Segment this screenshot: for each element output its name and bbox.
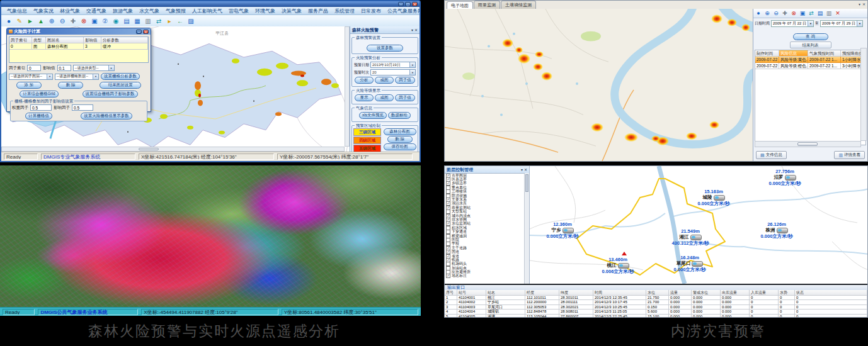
pan-hand-icon[interactable]: ✚ bbox=[781, 9, 789, 17]
w2-input[interactable]: 0.5 bbox=[72, 104, 93, 111]
flood-map-viewport[interactable]: 27.756m 汨罗 0.000立方米/秒 15.163m 城陵 0.000立方… bbox=[530, 166, 868, 284]
detail-view-button[interactable]: ▥详情查看 bbox=[834, 151, 865, 159]
minimize-icon[interactable]: ‒ bbox=[398, 2, 404, 6]
layers-icon[interactable]: ▤ bbox=[122, 17, 131, 26]
layer-checkbox[interactable]: ✓ bbox=[446, 274, 450, 278]
globe-icon[interactable]: ● bbox=[4, 17, 13, 26]
delete-icon[interactable]: ⊗ bbox=[79, 17, 88, 26]
result-hscrollbar[interactable] bbox=[755, 141, 861, 147]
factor-value2-button[interactable]: 因子值 bbox=[395, 94, 415, 101]
menu-item[interactable]: 旅游气象 bbox=[110, 8, 136, 14]
map-hscrollbar[interactable] bbox=[1, 147, 345, 152]
station-table-header[interactable]: 序号 bbox=[445, 290, 457, 296]
settings-button[interactable]: 设置参数 bbox=[367, 45, 403, 52]
station-table-header[interactable]: 警戒水位 bbox=[692, 290, 721, 296]
w1-input[interactable]: 0.5 bbox=[30, 104, 52, 111]
station-table-header[interactable]: 水位 bbox=[646, 290, 669, 296]
factor-table-header[interactable]: 类型 bbox=[32, 37, 46, 43]
set-display-button[interactable]: 设置火险栅格值显示参数 bbox=[81, 113, 132, 120]
menu-item[interactable]: 水文气象 bbox=[136, 8, 163, 14]
dialog-close-icon[interactable]: ✕ bbox=[143, 30, 149, 34]
station-chengling[interactable]: 15.163m 城陵 0.000立方米/秒 bbox=[683, 189, 744, 206]
warn-date-select[interactable]: 2013年10月19日▼ bbox=[370, 62, 416, 68]
station-table-row[interactable]: 541104005 湘潭113.105044 27.8600072014/12/… bbox=[445, 315, 867, 317]
show-button[interactable]: 显示 bbox=[355, 94, 374, 101]
factor-table-header[interactable]: 图层名 bbox=[46, 37, 84, 43]
fire-map-viewport[interactable]: 平江县 长沙市 火险因子计算 ‒ ✕ 因子索引类型图层名影响值分析参数 bbox=[1, 26, 420, 152]
layer-vscrollbar[interactable] bbox=[524, 173, 529, 284]
calc-grid-value-button[interactable]: 计算栅格值 bbox=[25, 113, 52, 120]
station-table-row[interactable]: 241104002 宁乡站112.200000 28.0011112014/12… bbox=[445, 300, 867, 304]
station-table-header[interactable]: 状态 bbox=[795, 290, 867, 296]
satellite-imagery[interactable] bbox=[0, 165, 421, 307]
factor-table-header[interactable]: 因子索引 bbox=[9, 37, 32, 43]
fire-titlebar[interactable]: ‒ ▢ ✕ bbox=[1, 1, 420, 7]
station-table-header[interactable]: 水势 bbox=[779, 290, 795, 296]
image-export-icon[interactable]: ▨ bbox=[186, 17, 195, 26]
grid-data-select[interactable]: --请选择栅格数据--▼ bbox=[55, 74, 99, 80]
print-icon[interactable]: ▥ bbox=[825, 9, 833, 17]
flag-icon[interactable]: ▸ bbox=[165, 17, 174, 26]
print-icon[interactable]: ▥ bbox=[144, 17, 152, 26]
menu-item[interactable]: 人工影响天气 bbox=[189, 8, 226, 14]
dialog-titlebar[interactable]: 火险因子计算 ‒ ✕ bbox=[7, 28, 151, 35]
globe-icon[interactable]: ● bbox=[755, 9, 762, 17]
factor-table-row[interactable]: 0面 森林分布图3 缓冲 bbox=[9, 43, 148, 50]
result-table-row[interactable]: 2009-07-22 1...风险等级:黄色... 2009-07-22 1..… bbox=[755, 57, 865, 63]
tab-rain[interactable]: 雨量监测 bbox=[474, 1, 500, 9]
result-table-header[interactable]: 制作时间 bbox=[755, 50, 779, 57]
analyze-button[interactable]: 分析 bbox=[355, 77, 374, 84]
stop-icon[interactable]: ⊗ bbox=[790, 9, 797, 17]
sync-icon[interactable]: ⇄ bbox=[154, 17, 163, 26]
menu-item[interactable]: 雷电气象 bbox=[226, 8, 252, 14]
menu-item[interactable]: 决策气象 bbox=[278, 8, 305, 14]
xls-preview-button[interactable]: xls文件预览 bbox=[359, 112, 387, 119]
result-layer-button[interactable]: 结果图层设置 bbox=[100, 82, 141, 89]
factor-table-header[interactable]: 分析参数 bbox=[101, 37, 148, 43]
station-marker-icon[interactable] bbox=[692, 261, 703, 267]
close-icon[interactable]: ✕ bbox=[834, 9, 842, 17]
layer-panel-close-icon[interactable]: ✕ bbox=[524, 167, 527, 172]
zoom-in-icon[interactable]: ⊕ bbox=[47, 17, 56, 26]
station-table-row[interactable]: 141104001 桃江112.101011 28.3010112014/12/… bbox=[445, 296, 867, 300]
make-map-button[interactable]: 成图 bbox=[375, 77, 394, 84]
station-table-row[interactable]: 441104004 城陵矶112.848478 28.9080112014/12… bbox=[445, 310, 867, 314]
station-marker-icon[interactable] bbox=[618, 263, 629, 269]
zoom-out-icon[interactable]: ⊖ bbox=[772, 9, 780, 17]
close-icon[interactable]: ✕ bbox=[412, 2, 418, 6]
result-table-row[interactable]: 2009-07-22 1...风险等级:橙色... 2009-07-22 1..… bbox=[755, 63, 865, 69]
station-marker-icon[interactable] bbox=[690, 235, 702, 240]
station-taojiang[interactable]: 13.460m 桃江 0.006立方米/秒 bbox=[588, 257, 648, 274]
panel-close-icon[interactable]: ✕ bbox=[414, 28, 418, 32]
back-icon[interactable]: ← bbox=[176, 17, 185, 26]
zoom-out-icon[interactable]: ⊖ bbox=[58, 17, 67, 26]
menu-item[interactable]: 系统管理 bbox=[331, 8, 358, 14]
station-marker-icon[interactable] bbox=[785, 175, 796, 181]
station-table-header[interactable]: 出库流量 bbox=[721, 290, 750, 296]
menu-item[interactable]: 服务产品 bbox=[305, 8, 331, 14]
date-to-picker[interactable]: 2009 年 07 月 29 日▼ bbox=[820, 20, 863, 27]
factor-layer-select[interactable]: --请选择因子图层--▼ bbox=[9, 74, 53, 80]
add-button[interactable]: 添 加 bbox=[16, 82, 42, 89]
grid-param-button[interactable]: 设置栅格分析参数 bbox=[101, 73, 140, 80]
station-marker-icon[interactable] bbox=[562, 228, 574, 233]
measure-icon[interactable]: ✎ bbox=[15, 17, 24, 26]
window-icon[interactable]: ▣ bbox=[90, 17, 99, 26]
select-arrow-icon[interactable]: ► bbox=[26, 17, 35, 26]
station-table-header[interactable]: 经度 bbox=[525, 290, 559, 296]
station-table-row[interactable]: 341104003 草尾河口112.305053 28.3020212014/1… bbox=[445, 305, 867, 310]
identify-icon[interactable]: ◉ bbox=[111, 17, 120, 26]
tab-soil[interactable]: 土壤墒情监测 bbox=[501, 1, 536, 9]
station-miluo[interactable]: 27.756m 汨罗 0.000立方米/秒 bbox=[755, 169, 815, 186]
collapse-icon[interactable]: ▾ bbox=[859, 2, 860, 6]
station-table-header[interactable]: 流量 bbox=[669, 290, 692, 296]
query-button[interactable]: 查 询 bbox=[793, 33, 828, 40]
station-caoweikou[interactable]: 16.248m 草尾口 0.000立方米/秒 bbox=[660, 255, 720, 272]
station-table-header[interactable]: 时间 bbox=[593, 290, 646, 296]
menu-item[interactable]: 气象预报 bbox=[163, 8, 189, 14]
station-marker-icon[interactable] bbox=[777, 228, 788, 233]
calc-grid-button[interactable]: 计算综合栅格Grid bbox=[20, 91, 58, 98]
menu-item[interactable]: 公共气象服务网 bbox=[384, 8, 420, 14]
delete-button[interactable]: 删 除 bbox=[58, 82, 83, 89]
maximize-icon[interactable]: ▢ bbox=[405, 2, 411, 6]
